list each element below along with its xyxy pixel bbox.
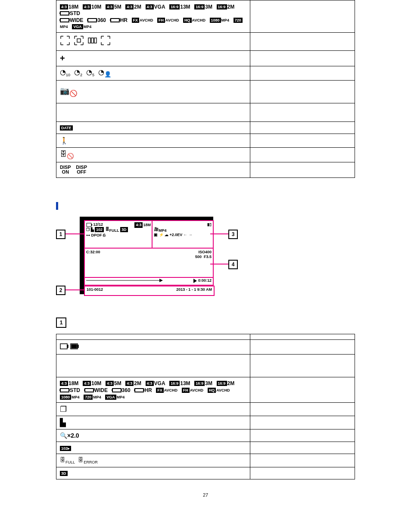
col-indication	[250, 334, 355, 339]
row-disp: DISPON DISPOFF	[56, 162, 355, 177]
svg-rect-4	[87, 223, 91, 227]
callout-3: 3	[228, 230, 238, 239]
histogram-icon: ▙	[91, 227, 94, 231]
row-burst: ❐	[56, 403, 355, 416]
row-date: DATE	[56, 121, 355, 134]
row-zoom: 🔍×2.0	[56, 429, 355, 442]
svg-rect-5	[91, 224, 92, 226]
diagram-area-4: C:32:00 ISO400 500 F3.5	[84, 248, 214, 279]
svg-rect-12	[72, 345, 77, 348]
svg-rect-11	[78, 345, 78, 348]
aspect-169-badge: 16:9	[169, 4, 180, 9]
db-full-icon: 🗄FULL	[60, 457, 75, 463]
row-image-size: 4:318M 4:310M 4:35M 4:32M 4:3VGA 16:913M…	[56, 0, 355, 33]
row-crosshair: +	[56, 50, 355, 66]
wb-icon: ☁	[165, 233, 168, 237]
svg-rect-8	[60, 344, 67, 349]
row-blank2	[56, 354, 355, 377]
row-3d: 3D	[56, 467, 355, 479]
section-marker	[56, 202, 58, 210]
battery-icon: ▮▯	[207, 222, 212, 227]
callout-4: 4	[228, 260, 238, 269]
row-overheat: 📷🚫	[56, 80, 355, 103]
row-db: 🗄FULL 🗄ERROR	[56, 454, 355, 467]
camera-overheat-icon: 📷🚫	[60, 87, 78, 95]
db-warn-icon: 🗄🚫	[60, 150, 74, 158]
row-blank	[56, 103, 355, 121]
magnify-icon: 🔍×2.0	[60, 432, 79, 439]
svg-rect-9	[67, 345, 68, 348]
walk-icon: 🚶	[60, 137, 68, 144]
svg-rect-2	[91, 38, 93, 43]
disp-off-icon: DISPOFF	[76, 165, 87, 174]
burst-icon: ❐	[86, 227, 90, 231]
protect-icon: ⊶	[86, 233, 90, 237]
histogram-icon: ▙	[60, 418, 66, 427]
db-icon: 🗄FULL	[106, 227, 119, 231]
aspect-43-badge: 4:3	[60, 4, 68, 9]
playback-screen-diagram: 12/12 4:318M ❐ ▙ 102 🗄FULL 3D ⊶ DPOF ⎙ ▮…	[56, 217, 241, 307]
row-histogram: ▙	[56, 416, 355, 429]
row-battery	[56, 339, 355, 354]
row-db-warn: 🗄🚫	[56, 147, 355, 162]
panorama-icon	[60, 11, 69, 16]
disp-on-icon: DISPON	[60, 165, 71, 174]
col-display	[56, 334, 250, 339]
row-folder: 102▸	[56, 442, 355, 454]
row-self-timer: ◔10 ◔2 ◔5 ◔👤	[56, 66, 355, 80]
folder-badge: 102▸	[60, 446, 71, 451]
print-icon: ⎙	[103, 233, 105, 237]
svg-rect-1	[88, 38, 90, 43]
play-icon	[193, 279, 197, 283]
crosshair-icon: +	[60, 53, 65, 63]
timer-portrait-icon: ◔👤	[98, 69, 112, 78]
flash-icon: ⚡	[159, 233, 164, 237]
diagram-area-1: 12/12 4:318M ❐ ▙ 102 🗄FULL 3D ⊶ DPOF ⎙	[84, 220, 153, 249]
af-frame-icons	[60, 35, 112, 47]
db-error-icon: 🗄ERROR	[78, 457, 98, 463]
battery-icons	[60, 342, 79, 350]
row-image-size-2: 4:318M 4:310M 4:35M 4:32M 4:3VGA 16:913M…	[56, 377, 355, 402]
row-af-frame	[56, 32, 355, 50]
page-number: 27	[56, 492, 355, 498]
svg-rect-0	[77, 39, 81, 42]
diagram-area-3: ▮▯ 🎥MP4 ▣ ⚡ ☁ +2.0EV ← →	[152, 220, 214, 249]
playback-icons-table-1: 4:318M 4:310M 4:35M 4:32M 4:3VGA 16:913M…	[56, 334, 355, 479]
diagram-area-2: 101-0012 2013 - 1 - 1 9:30 AM	[84, 286, 215, 296]
callout-1: 1	[56, 230, 65, 239]
section-1-callout: 1	[56, 317, 66, 328]
shooting-icons-table: 4:318M 4:310M 4:35M 4:32M 4:3VGA 16:913M…	[56, 0, 355, 178]
svg-marker-7	[159, 279, 163, 282]
metering-icon: ▣	[154, 233, 158, 237]
arrows-icon: ← →	[184, 233, 193, 237]
timer-icon: ◔10	[60, 69, 70, 77]
movie-icon: 🎥MP4	[154, 227, 167, 231]
callout-2: 2	[56, 286, 65, 295]
3d-badge: 3D	[60, 471, 68, 476]
svg-rect-3	[94, 38, 97, 43]
burst-group-icon: ❐	[60, 405, 67, 414]
row-destination: 🚶	[56, 134, 355, 147]
date-badge: DATE	[60, 125, 73, 131]
diagram-progress: 0:00:12	[84, 277, 214, 286]
